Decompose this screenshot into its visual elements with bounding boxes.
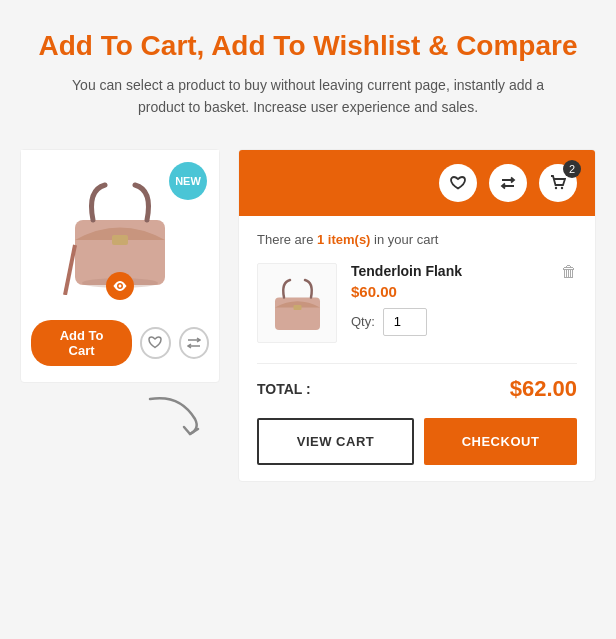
svg-rect-7 <box>293 305 301 310</box>
cart-summary: There are 1 item(s) in your cart <box>257 232 577 247</box>
view-cart-button[interactable]: VIEW CART <box>257 418 414 465</box>
cart-item-image <box>257 263 337 343</box>
title-orange: Add To Cart, <box>38 30 204 61</box>
wishlist-button[interactable] <box>140 327 170 359</box>
title-black: Add To Wishlist & Compare <box>204 30 577 61</box>
page-title: Add To Cart, Add To Wishlist & Compare <box>38 30 577 62</box>
compare-button[interactable] <box>179 327 209 359</box>
eye-icon <box>113 281 127 291</box>
header-cart-icon <box>550 175 566 190</box>
decorative-arrow-area <box>20 389 220 439</box>
cart-item: Tenderloin Flank $60.00 Qty: 🗑 <box>257 263 577 343</box>
cart-body: There are 1 item(s) in your cart <box>239 216 595 481</box>
cart-total-row: TOTAL : $62.00 <box>257 363 577 402</box>
delete-item-button[interactable]: 🗑 <box>561 263 577 281</box>
main-content: NEW <box>20 149 596 482</box>
svg-point-4 <box>555 187 557 189</box>
total-label: TOTAL : <box>257 381 311 397</box>
cart-header: 2 <box>239 150 595 216</box>
cart-panel: 2 There are 1 item(s) in your cart <box>238 149 596 482</box>
cart-item-product-image <box>265 270 330 335</box>
cart-item-qty-row: Qty: <box>351 308 462 336</box>
decorative-arrow <box>140 389 210 439</box>
compare-icon <box>187 337 201 349</box>
heart-icon <box>148 336 162 349</box>
cart-item-details: Tenderloin Flank $60.00 Qty: 🗑 <box>351 263 577 336</box>
page-subtitle: You can select a product to buy without … <box>68 74 548 119</box>
cart-item-price: $60.00 <box>351 283 462 300</box>
header-heart-icon <box>450 176 466 190</box>
cart-buttons: VIEW CART CHECKOUT <box>257 418 577 465</box>
cart-item-name: Tenderloin Flank <box>351 263 462 279</box>
add-to-cart-button[interactable]: Add To Cart <box>31 320 132 366</box>
header-compare-icon <box>500 176 516 190</box>
checkout-button[interactable]: CHECKOUT <box>424 418 577 465</box>
quick-view-button[interactable] <box>106 272 134 300</box>
cart-header-cart-button[interactable]: 2 <box>539 164 577 202</box>
product-card: NEW <box>20 149 220 439</box>
svg-point-5 <box>561 187 563 189</box>
qty-label: Qty: <box>351 314 375 329</box>
total-value: $62.00 <box>510 376 577 402</box>
cart-count-badge: 2 <box>563 160 581 178</box>
cart-header-wishlist-button[interactable] <box>439 164 477 202</box>
new-badge: NEW <box>169 162 207 200</box>
svg-line-2 <box>65 245 75 295</box>
cart-header-compare-button[interactable] <box>489 164 527 202</box>
product-actions: Add To Cart <box>21 320 219 366</box>
svg-rect-1 <box>112 235 128 245</box>
qty-input[interactable] <box>383 308 427 336</box>
